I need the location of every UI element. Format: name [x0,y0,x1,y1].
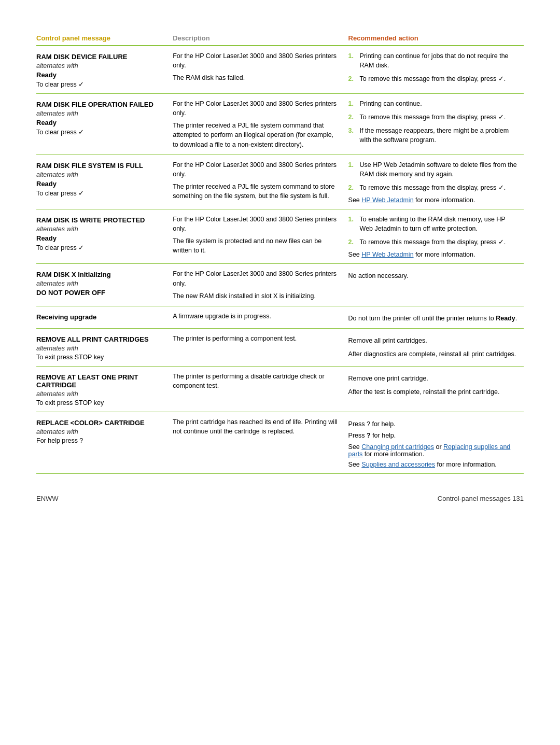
description-line: The printer is performing a disable cart… [173,372,340,390]
action-text: To enable writing to the RAM disk memory… [360,215,520,233]
description-line: A firmware upgrade is in progress. [173,312,340,321]
see-note-after: for more information. [414,196,475,204]
action-text: Printing can continue for jobs that do n… [360,51,520,70]
description-line: For the HP Color LaserJet 3000 and 3800 … [173,51,340,70]
message-line: To clear press ✓ [36,189,169,197]
message-line: RAM DISK X Initializing [36,271,169,278]
header-col3: Recommended action [348,31,524,46]
footer-right: Control-panel messages 131 [438,495,524,502]
message-line: alternates with [36,345,169,352]
action-col: 1.Printing can continue for jobs that do… [348,46,524,94]
see-note-prefix: See [348,461,362,468]
message-line: To clear press ✓ [36,244,169,251]
header-col1: Control panel message [36,31,173,46]
message-line: alternates with [36,110,169,117]
message-line: To clear press ✓ [36,80,169,88]
action-item: 2.To remove this message from the displa… [348,74,520,83]
main-table: Control panel message Description Recomm… [36,31,524,474]
message-line: Ready [36,180,169,188]
message-col: RAM DISK FILE OPERATION FAILEDalternates… [36,94,173,155]
see-note-link[interactable]: HP Web Jetadmin [361,251,413,258]
see-note-link[interactable]: Changing print cartridges [361,443,434,451]
see-note-after: for more information. [414,251,475,258]
message-line: Receiving upgrade [36,313,169,321]
table-row: RAM DISK DEVICE FAILUREalternates withRe… [36,46,524,94]
message-line: For help press ? [36,437,169,444]
description-line: The file system is protected and no new … [173,236,340,255]
action-number: 1. [348,51,358,70]
table-row: REMOVE AT LEAST ONE PRINT CARTRIDGEalter… [36,366,524,412]
message-line: REPLACE <COLOR> CARTRIDGE [36,419,169,427]
action-item: 2.To remove this message from the displa… [348,183,520,192]
table-row: RAM DISK X Initializingalternates withDO… [36,264,524,306]
message-line: To exit press STOP key [36,399,169,406]
action-col: Remove one print cartridge.After the tes… [348,366,524,412]
description-line: For the HP Color LaserJet 3000 and 3800 … [173,99,340,118]
footer-left: ENWW [36,495,59,502]
table-row: Receiving upgradeA firmware upgrade is i… [36,306,524,328]
table-row: REMOVE ALL PRINT CARTRIDGESalternates wi… [36,328,524,366]
description-col: For the HP Color LaserJet 3000 and 3800 … [173,46,348,94]
description-col: For the HP Color LaserJet 3000 and 3800 … [173,209,348,264]
action-col: 1.To enable writing to the RAM disk memo… [348,209,524,264]
action-plain: Do not turn the printer off until the pr… [348,314,520,323]
action-plain: Remove one print cartridge. [348,374,520,383]
message-line: alternates with [36,428,169,435]
message-col: Receiving upgrade [36,306,173,328]
action-plain: Press ? for help. [348,419,520,429]
message-line: RAM DISK DEVICE FAILURE [36,53,169,61]
see-note-prefix: See [348,443,362,451]
action-item: 3.If the message reappears, there might … [348,126,520,145]
action-number: 1. [348,99,358,108]
footer: ENWW Control-panel messages 131 [36,495,524,502]
action-plain-2: After the test is complete, reinstall th… [348,387,520,397]
message-line: alternates with [36,280,169,287]
message-line: alternates with [36,171,169,178]
message-col: REPLACE <COLOR> CARTRIDGEalternates with… [36,412,173,473]
description-line: The print cartridge has reached its end … [173,417,340,436]
message-line: REMOVE ALL PRINT CARTRIDGES [36,335,169,343]
message-col: REMOVE AT LEAST ONE PRINT CARTRIDGEalter… [36,366,173,412]
see-note-after: for more information. [435,461,497,468]
table-header: Control panel message Description Recomm… [36,31,524,46]
action-item: 1.Printing can continue for jobs that do… [348,51,520,70]
action-text: To remove this message from the display,… [360,74,506,83]
message-line: REMOVE AT LEAST ONE PRINT CARTRIDGE [36,373,169,389]
action-number: 2. [348,237,358,247]
action-text: To remove this message from the display,… [360,183,506,192]
see-note: See HP Web Jetadmin for more information… [348,251,520,258]
message-line: RAM DISK FILE OPERATION FAILED [36,101,169,108]
table-row: RAM DISK FILE OPERATION FAILEDalternates… [36,94,524,155]
description-col: For the HP Color LaserJet 3000 and 3800 … [173,154,348,209]
description-line: The printer received a PJL file system c… [173,182,340,201]
description-line: The printer is performing a component te… [173,334,340,343]
action-number: 2. [348,74,358,83]
see-note: See Changing print cartridges or Replaci… [348,443,520,458]
action-item: 1.Printing can continue. [348,99,520,108]
see-note-link[interactable]: Supplies and accessories [361,461,435,468]
message-line: DO NOT POWER OFF [36,289,169,297]
message-line: To clear press ✓ [36,128,169,136]
action-plain: Remove all print cartridges. [348,336,520,345]
see-note-link[interactable]: HP Web Jetadmin [361,196,413,204]
action-text: If the message reappears, there might be… [360,126,520,145]
header-col2: Description [173,31,348,46]
action-plain-2: After diagnostics are complete, reinstal… [348,349,520,359]
action-col: Remove all print cartridges.After diagno… [348,328,524,366]
message-col: REMOVE ALL PRINT CARTRIDGESalternates wi… [36,328,173,366]
message-line: alternates with [36,62,169,69]
message-col: RAM DISK IS WRITE PROTECTEDalternates wi… [36,209,173,264]
action-number: 1. [348,215,358,233]
message-line: RAM DISK FILE SYSTEM IS FULL [36,162,169,170]
message-line: To exit press STOP key [36,354,169,361]
see-note: See Supplies and accessories for more in… [348,461,520,468]
action-item: 1.Use HP Web Jetadmin software to delete… [348,160,520,179]
description-col: The printer is performing a disable cart… [173,366,348,412]
description-col: For the HP Color LaserJet 3000 and 3800 … [173,94,348,155]
message-col: RAM DISK FILE SYSTEM IS FULLalternates w… [36,154,173,209]
message-col: RAM DISK DEVICE FAILUREalternates withRe… [36,46,173,94]
action-plain: No action necessary. [348,271,520,280]
action-col: No action necessary. [348,264,524,306]
see-note-prefix: See [348,251,362,258]
action-text: To remove this message from the display,… [360,113,506,122]
